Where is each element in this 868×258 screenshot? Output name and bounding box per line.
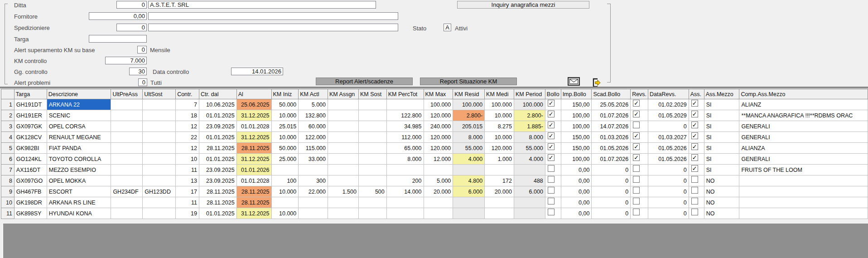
- cell-ultpreass[interactable]: [111, 208, 143, 219]
- cell-bollo[interactable]: [545, 197, 561, 208]
- cell-km_max[interactable]: 120.000: [424, 110, 453, 121]
- cell-ass_mezzo[interactable]: SI: [704, 143, 739, 154]
- cell-km_assgn[interactable]: [328, 143, 359, 154]
- cell-bollo[interactable]: [545, 175, 561, 186]
- cell-km_period[interactable]: 6.000: [514, 186, 545, 197]
- cell-km_period[interactable]: 1.885-: [514, 121, 545, 132]
- cell-ass[interactable]: [689, 121, 704, 132]
- cell-scad_bollo[interactable]: 0: [592, 208, 631, 219]
- cell-al[interactable]: 28.11.2025: [236, 197, 271, 208]
- ass-checkbox[interactable]: [691, 176, 698, 183]
- cell-km_assgn[interactable]: [328, 197, 359, 208]
- cell-ctrdal[interactable]: 01.01.2025: [199, 208, 236, 219]
- cell-datarevs[interactable]: 01.03.2027: [648, 132, 689, 143]
- cell-ass_mezzo[interactable]: NO: [704, 197, 739, 208]
- cell-imp_bollo[interactable]: 100,00: [561, 154, 592, 165]
- cell-scad_bollo[interactable]: 0: [592, 175, 631, 186]
- cell-km_sost[interactable]: [358, 121, 386, 132]
- cell-descr[interactable]: ESCORT: [47, 186, 111, 197]
- cell-targa[interactable]: GX097GK: [14, 121, 47, 132]
- cell-contr[interactable]: 19: [176, 208, 199, 219]
- cell-km_iniz[interactable]: 10.000: [271, 110, 299, 121]
- cell-descr[interactable]: FIAT PANDA: [47, 143, 111, 154]
- fornitore-desc-field[interactable]: [148, 12, 398, 20]
- spedizioniere-desc-field[interactable]: [148, 24, 398, 31]
- stato-field[interactable]: [444, 24, 451, 31]
- cell-km_period[interactable]: [514, 165, 545, 175]
- cell-targa[interactable]: GO124KL: [14, 154, 47, 165]
- cell-km_period[interactable]: 2.800-: [514, 110, 545, 121]
- cell-datarevs[interactable]: 01.05.2029: [648, 110, 689, 121]
- cell-ultsost[interactable]: [143, 99, 176, 110]
- cell-datarevs[interactable]: 0: [648, 175, 689, 186]
- cell-km_medi[interactable]: 10.000: [485, 110, 514, 121]
- cell-contr[interactable]: 10: [176, 154, 199, 165]
- cell-comp_ass[interactable]: ALIANZA: [739, 143, 868, 154]
- cell-km_medi[interactable]: 20.000: [485, 186, 514, 197]
- ass-checkbox[interactable]: [691, 187, 698, 194]
- cell-ass_mezzo[interactable]: NO: [704, 186, 739, 197]
- bollo-checkbox[interactable]: [548, 198, 555, 204]
- row-number[interactable]: 9: [1, 186, 14, 197]
- cell-ass[interactable]: [689, 165, 704, 175]
- cell-km_resid[interactable]: 55.000: [453, 143, 485, 154]
- revs-checkbox[interactable]: [633, 154, 640, 161]
- cell-contr[interactable]: 13: [176, 175, 199, 186]
- revs-checkbox[interactable]: [633, 165, 640, 172]
- cell-ass_mezzo[interactable]: SI: [704, 99, 739, 110]
- bollo-checkbox[interactable]: [548, 209, 555, 215]
- cell-km_iniz[interactable]: 50.000: [271, 143, 299, 154]
- cell-comp_ass[interactable]: GENERALI: [739, 154, 868, 165]
- cell-ass[interactable]: [689, 154, 704, 165]
- cell-comp_ass[interactable]: **MANCA ANAGRAFICA !!!**RDBMS ORAC: [739, 110, 868, 121]
- row-number[interactable]: 5: [1, 143, 14, 154]
- cell-al[interactable]: 01.01.2028: [236, 121, 271, 132]
- ass-checkbox[interactable]: [691, 132, 698, 139]
- cell-ultsost[interactable]: [143, 121, 176, 132]
- bollo-checkbox[interactable]: [548, 154, 555, 161]
- cell-km_actl[interactable]: [299, 208, 328, 219]
- row-number[interactable]: 8: [1, 175, 14, 186]
- cell-bollo[interactable]: [545, 99, 561, 110]
- cell-ass_mezzo[interactable]: SI: [704, 165, 739, 175]
- cell-ass_mezzo[interactable]: NO: [704, 208, 739, 219]
- km-controllo-field[interactable]: [105, 57, 147, 64]
- cell-datarevs[interactable]: 0: [648, 121, 689, 132]
- cell-ass[interactable]: [689, 186, 704, 197]
- cell-comp_ass[interactable]: [739, 186, 868, 197]
- ass-checkbox[interactable]: [691, 100, 698, 107]
- cell-ctrdal[interactable]: 01.01.2025: [199, 154, 236, 165]
- cell-km_medi[interactable]: 10.000: [485, 132, 514, 143]
- cell-km_iniz[interactable]: [271, 165, 299, 175]
- cell-ctrdal[interactable]: 01.01.2025: [199, 110, 236, 121]
- bollo-checkbox[interactable]: [548, 143, 555, 150]
- cell-comp_ass[interactable]: FRUITS OF THE LOOM: [739, 165, 868, 175]
- cell-bollo[interactable]: [545, 143, 561, 154]
- cell-imp_bollo[interactable]: 0,00: [561, 165, 592, 175]
- cell-comp_ass[interactable]: GENERALI: [739, 132, 868, 143]
- cell-km_resid[interactable]: 2.800-: [453, 110, 485, 121]
- bollo-checkbox[interactable]: [548, 122, 555, 128]
- cell-bollo[interactable]: [545, 165, 561, 175]
- cell-ultpreass[interactable]: [111, 175, 143, 186]
- cell-datarevs[interactable]: 0: [648, 186, 689, 197]
- row-number[interactable]: 3: [1, 121, 14, 132]
- cell-contr[interactable]: 12: [176, 143, 199, 154]
- report-situazione-km-button[interactable]: Report Situazione KM: [420, 78, 517, 85]
- cell-contr[interactable]: 11: [176, 165, 199, 175]
- cell-al[interactable]: 01.01.2026: [236, 165, 271, 175]
- cell-km_max[interactable]: 5.000: [424, 175, 453, 186]
- cell-km_iniz[interactable]: 10.000: [271, 208, 299, 219]
- cell-al[interactable]: 31.12.2025: [236, 208, 271, 219]
- cell-km_assgn[interactable]: [328, 99, 359, 110]
- cell-ctrdal[interactable]: 23.09.2025: [199, 175, 236, 186]
- cell-km_actl[interactable]: [299, 197, 328, 208]
- cell-km_perctot[interactable]: 200: [386, 175, 424, 186]
- exit-icon[interactable]: [592, 78, 601, 88]
- cell-al[interactable]: 25.06.2025: [236, 99, 271, 110]
- cell-al[interactable]: 28.11.2025: [236, 143, 271, 154]
- cell-revs[interactable]: [631, 186, 648, 197]
- row-number[interactable]: 1: [1, 99, 14, 110]
- cell-km_actl[interactable]: 22.000: [299, 186, 328, 197]
- bollo-checkbox[interactable]: [548, 111, 555, 117]
